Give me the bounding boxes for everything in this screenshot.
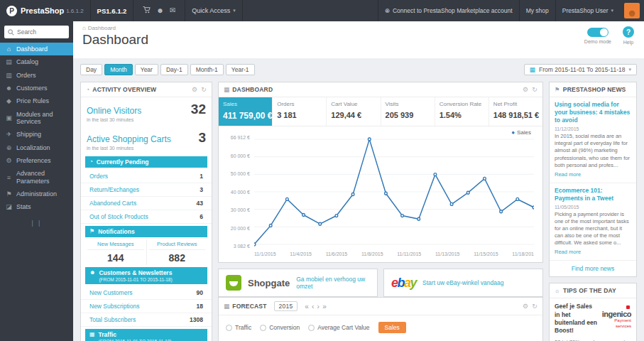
ebay-logo: ebay <box>391 276 416 289</box>
gear-icon[interactable]: ⚙ <box>523 86 528 93</box>
messages-notification-icon[interactable]: ✉ <box>170 7 175 14</box>
previous-icon[interactable]: ‹ <box>312 303 315 310</box>
customers-notification-icon[interactable]: ☻ <box>156 7 164 14</box>
tab-month-1[interactable]: Month-1 <box>190 64 224 75</box>
ebay-letter: a <box>404 276 410 290</box>
y-tick: 3 082 € <box>226 244 250 249</box>
prestashop-logo[interactable]: P PrestaShop 1.6.1.2 <box>0 0 91 21</box>
forecast-legend-conversion[interactable]: Conversion <box>260 324 300 331</box>
sidebar-item-catalog[interactable]: ▤ Catalog <box>0 55 73 68</box>
ingenico-logo: ingenico Payment services <box>602 303 631 328</box>
refresh-icon[interactable]: ↻ <box>532 86 537 93</box>
customers-row-total-subscribers[interactable]: Total Subscribers 1308 <box>81 313 212 327</box>
shopgate-ad-link[interactable]: Ga mobiel en verhoog uw omzet <box>296 276 370 290</box>
read-more-link[interactable]: Read more <box>555 249 581 255</box>
section-title: Traffic <box>99 331 117 338</box>
ebay-letter: y <box>410 276 417 290</box>
x-tick: 11/1/2015 <box>254 251 276 256</box>
next-icon[interactable]: › <box>317 303 320 310</box>
first-page-icon[interactable]: « <box>305 303 309 310</box>
pending-row-out-of-stock[interactable]: Out of Stock Products 6 <box>81 210 212 224</box>
user-avatar[interactable]: ☻ <box>624 3 640 18</box>
kpi-orders[interactable]: Orders 3 181 <box>273 97 327 126</box>
shop-name-link[interactable]: PS1.6.1.2 <box>91 0 134 21</box>
y-tick: 30 000 € <box>226 207 250 212</box>
forecast-legend-average-cart-value[interactable]: Average Cart Value <box>308 324 369 331</box>
pending-row-returns[interactable]: Return/Exchanges 3 <box>81 183 212 197</box>
sidebar-item-dashboard[interactable]: ⌂ Dashboard <box>0 43 73 55</box>
tab-month[interactable]: Month <box>104 64 133 75</box>
quick-access-menu[interactable]: Quick Access ▾ <box>185 0 243 21</box>
section-subtitle: (FROM 2015-11-01 TO 2015-11-18) <box>99 339 172 341</box>
topbar-right: ⊕ Connect to PrestaShop Marketplace acco… <box>378 0 644 21</box>
bell-icon: ⚑ <box>89 228 94 235</box>
kpi-cart-value[interactable]: Cart Value 129,44 € <box>327 97 381 126</box>
kpi-visits[interactable]: Visits 205 939 <box>381 97 435 126</box>
collapse-menu-button[interactable]: ❘❘ <box>0 220 73 227</box>
sidebar-item-administration[interactable]: ⚑ Administration <box>0 188 73 200</box>
refresh-icon[interactable]: ↻ <box>532 303 537 310</box>
kpi-sales[interactable]: Sales 411 759,00 € <box>219 97 273 126</box>
sidebar-item-stats[interactable]: ◪ Stats <box>0 200 73 213</box>
my-shop-link[interactable]: My shop <box>519 0 555 21</box>
cell-value: 882 <box>149 252 206 264</box>
refresh-icon[interactable]: ↻ <box>201 86 207 93</box>
kpi-value: 3 181 <box>277 111 322 119</box>
sidebar-item-localization[interactable]: ⊕ Localization <box>0 141 73 154</box>
sidebar-item-customers[interactable]: ☻ Customers <box>0 82 73 94</box>
find-more-news-link[interactable]: Find more news <box>550 261 636 276</box>
online-visitors-metric[interactable]: Online Visitors 32 <box>81 97 212 117</box>
tab-year[interactable]: Year <box>135 64 158 75</box>
sidebar-item-preferences[interactable]: ⚙ Preferences <box>0 154 73 167</box>
pending-row-abandoned-carts[interactable]: Abandoned Carts 43 <box>81 197 212 210</box>
tab-day-1[interactable]: Day-1 <box>160 64 188 75</box>
sidebar-item-label: Shipping <box>16 131 41 138</box>
sidebar-item-orders[interactable]: ▥ Orders <box>0 69 73 82</box>
demo-mode-toggle[interactable] <box>587 28 608 37</box>
customers-row-new-customers[interactable]: New Customers 90 <box>81 286 212 300</box>
new-messages-cell[interactable]: New Messages 144 <box>85 239 146 265</box>
tab-day[interactable]: Day <box>80 64 102 75</box>
forecast-year-select[interactable]: 2015 <box>274 301 298 311</box>
orders-notification-icon[interactable] <box>143 6 151 15</box>
notifications-header: ⚑ Notifications <box>85 226 207 237</box>
dashboard-icon: ⌂ <box>5 45 13 53</box>
search-input[interactable] <box>17 28 67 36</box>
help-control[interactable]: ? Help <box>623 26 634 45</box>
active-shopping-carts-metric[interactable]: Active Shopping Carts 3 <box>81 126 212 146</box>
tab-year-1[interactable]: Year-1 <box>226 64 255 75</box>
sidebar-item-advanced-parameters[interactable]: ≡ Advanced Parameters <box>0 167 73 188</box>
demo-mode-control[interactable]: Demo mode <box>584 26 611 45</box>
date-range-picker[interactable]: ▦ From 2015-11-01 To 2015-11-18 ▾ <box>524 64 637 75</box>
kpi-conversion-rate[interactable]: Conversion Rate 1.54% <box>435 97 489 126</box>
pending-row-orders[interactable]: Orders 1 <box>81 170 212 183</box>
gear-icon[interactable]: ⚙ <box>192 86 197 93</box>
customers-icon: ☻ <box>5 85 13 92</box>
shopgate-ad[interactable]: Shopgate Ga mobiel en verhoog uw omzet <box>218 269 378 297</box>
news-article-title[interactable]: Ecommerce 101: Payments in a Tweet <box>555 187 631 202</box>
ebay-ad[interactable]: ebay Start uw eBay-winkel vandaag <box>383 269 543 297</box>
marketplace-connect-link[interactable]: ⊕ Connect to PrestaShop Marketplace acco… <box>378 0 519 21</box>
row-value: 6 <box>200 213 203 220</box>
forecast-legend-sales[interactable]: Sales <box>378 322 406 333</box>
news-article-title[interactable]: Using social media for your business: 4 … <box>555 101 631 124</box>
quick-access-label: Quick Access <box>192 7 230 14</box>
metric-value: 32 <box>191 102 206 117</box>
sidebar-item-price-rules[interactable]: ◆ Price Rules <box>0 94 73 107</box>
gear-icon[interactable]: ⚙ <box>523 303 528 310</box>
sidebar-item-modules-and-services[interactable]: ▣ Modules and Services <box>0 108 73 129</box>
help-icon[interactable]: ? <box>623 26 634 38</box>
row-label: Total Subscribers <box>89 316 136 323</box>
sidebar-search[interactable] <box>4 26 69 38</box>
product-reviews-cell[interactable]: Product Reviews 882 <box>146 239 208 265</box>
ebay-ad-link[interactable]: Start uw eBay-winkel vandaag <box>422 279 503 286</box>
kpi-net-profit[interactable]: Net Profit 148 918,51 € <box>489 97 542 126</box>
sidebar-item-shipping[interactable]: ✈ Shipping <box>0 128 73 141</box>
forecast-legend-traffic[interactable]: Traffic <box>226 324 251 331</box>
user-menu[interactable]: PrestaShop User ▾ <box>555 0 620 21</box>
last-page-icon[interactable]: » <box>322 303 327 310</box>
legend-label: Traffic <box>235 324 251 331</box>
clock-icon: ◔ <box>89 158 93 166</box>
read-more-link[interactable]: Read more <box>555 171 581 178</box>
customers-row-new-subscriptions[interactable]: New Subscriptions 18 <box>81 300 212 313</box>
